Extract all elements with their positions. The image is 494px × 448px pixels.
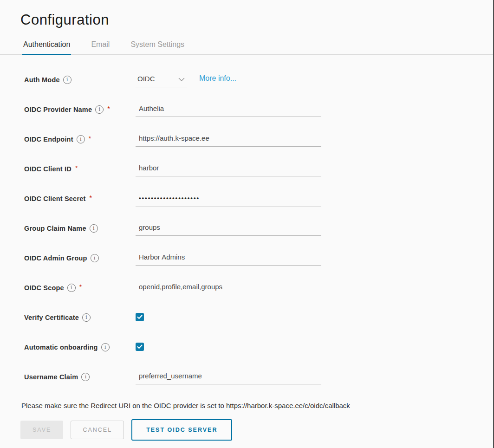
- redirect-uri-note: Please make sure the Redirect URI on the…: [21, 402, 494, 409]
- field-control: OIDCMore info...: [136, 75, 494, 87]
- form-row: OIDC Scope i *: [24, 283, 494, 296]
- info-icon[interactable]: i: [95, 105, 104, 114]
- configuration-page: Configuration Authentication Email Syste…: [0, 12, 494, 441]
- required-asterisk: *: [79, 283, 82, 291]
- field-control: [136, 253, 494, 266]
- tab-system-settings[interactable]: System Settings: [130, 38, 185, 54]
- field-label-group: OIDC Provider Name i *: [24, 104, 136, 114]
- field-label: Group Claim Name: [24, 224, 86, 233]
- info-icon[interactable]: i: [81, 373, 90, 381]
- required-asterisk: *: [75, 164, 78, 172]
- verify-certificate-checkbox[interactable]: [136, 313, 144, 321]
- oidc-client-id-input[interactable]: [136, 164, 321, 176]
- field-label: OIDC Provider Name: [24, 105, 92, 114]
- field-label-group: OIDC Admin Group i: [24, 253, 136, 263]
- field-label: OIDC Scope: [24, 283, 64, 292]
- auth-settings-form: Auth Mode i OIDCMore info... OIDC Provid…: [24, 75, 494, 385]
- info-icon[interactable]: i: [77, 135, 85, 143]
- field-label: Verify Certificate: [24, 313, 79, 322]
- automatic-onboarding-checkbox[interactable]: [136, 343, 144, 351]
- form-row: Username Claim i: [24, 372, 494, 385]
- auth-mode-selected-value: OIDC: [137, 75, 155, 83]
- field-label: Auth Mode: [24, 75, 60, 84]
- oidc-client-secret-input[interactable]: [136, 195, 321, 207]
- info-icon[interactable]: i: [90, 224, 98, 233]
- field-control: [136, 372, 494, 384]
- required-asterisk: *: [90, 194, 92, 201]
- info-icon[interactable]: i: [101, 343, 110, 351]
- oidc-admin-group-input[interactable]: [136, 253, 321, 266]
- chevron-down-icon: [178, 75, 185, 83]
- field-control: [136, 283, 494, 295]
- required-asterisk: *: [107, 105, 110, 112]
- tab-bar: Authentication Email System Settings: [20, 38, 494, 54]
- test-oidc-server-button[interactable]: TEST OIDC SERVER: [131, 419, 232, 441]
- oidc-provider-name-input[interactable]: [136, 104, 321, 117]
- field-label: OIDC Admin Group: [24, 253, 87, 263]
- field-control: [136, 312, 494, 321]
- field-label-group: Group Claim Name i: [24, 223, 136, 233]
- form-row: Auth Mode i OIDCMore info...: [24, 75, 494, 88]
- form-row: OIDC Provider Name i *: [24, 104, 494, 118]
- save-button: SAVE: [20, 421, 63, 439]
- page-title: Configuration: [20, 12, 494, 28]
- field-label-group: OIDC Client Secret *: [24, 194, 136, 203]
- field-label-group: Verify Certificate i: [24, 312, 136, 322]
- check-icon: [137, 343, 143, 351]
- info-icon[interactable]: i: [63, 76, 72, 84]
- field-label: Username Claim: [24, 372, 78, 382]
- info-icon[interactable]: i: [67, 284, 76, 292]
- tab-divider: [0, 54, 494, 55]
- field-label-group: OIDC Client ID *: [24, 164, 136, 174]
- required-asterisk: *: [89, 135, 91, 142]
- field-label-group: Username Claim i: [24, 372, 136, 382]
- tab-email[interactable]: Email: [90, 38, 110, 54]
- form-row: OIDC Client ID *: [24, 164, 494, 177]
- more-info-link[interactable]: More info...: [199, 74, 236, 83]
- form-row: OIDC Admin Group i: [24, 253, 494, 266]
- cancel-button[interactable]: CANCEL: [71, 421, 124, 439]
- group-claim-name-input[interactable]: [136, 223, 321, 236]
- form-row: OIDC Client Secret *: [24, 194, 494, 207]
- field-control: [136, 342, 494, 351]
- info-icon[interactable]: i: [82, 313, 91, 322]
- field-label: Automatic onboarding: [24, 343, 98, 352]
- auth-mode-select[interactable]: OIDC: [136, 75, 187, 87]
- action-bar: SAVE CANCEL TEST OIDC SERVER: [20, 419, 494, 441]
- form-row: Automatic onboarding i: [24, 342, 494, 356]
- tab-authentication[interactable]: Authentication: [22, 38, 71, 55]
- oidc-endpoint-input[interactable]: [136, 134, 321, 147]
- field-label: OIDC Client ID: [24, 164, 72, 174]
- field-label: OIDC Client Secret: [24, 194, 86, 203]
- field-label-group: Automatic onboarding i: [24, 342, 136, 352]
- field-label: OIDC Endpoint: [24, 135, 73, 144]
- field-label-group: OIDC Endpoint i *: [24, 134, 136, 144]
- form-row: Verify Certificate i: [24, 312, 494, 326]
- field-control: [136, 164, 494, 176]
- field-control: [136, 134, 494, 147]
- field-control: [136, 223, 494, 236]
- field-control: [136, 104, 494, 117]
- form-row: OIDC Endpoint i *: [24, 134, 494, 148]
- field-label-group: Auth Mode i: [24, 75, 136, 84]
- username-claim-input[interactable]: [136, 372, 321, 384]
- field-control: [136, 194, 494, 207]
- field-label-group: OIDC Scope i *: [24, 283, 136, 292]
- oidc-scope-input[interactable]: [136, 283, 321, 295]
- info-icon[interactable]: i: [91, 254, 99, 262]
- form-row: Group Claim Name i: [24, 223, 494, 237]
- check-icon: [137, 313, 143, 321]
